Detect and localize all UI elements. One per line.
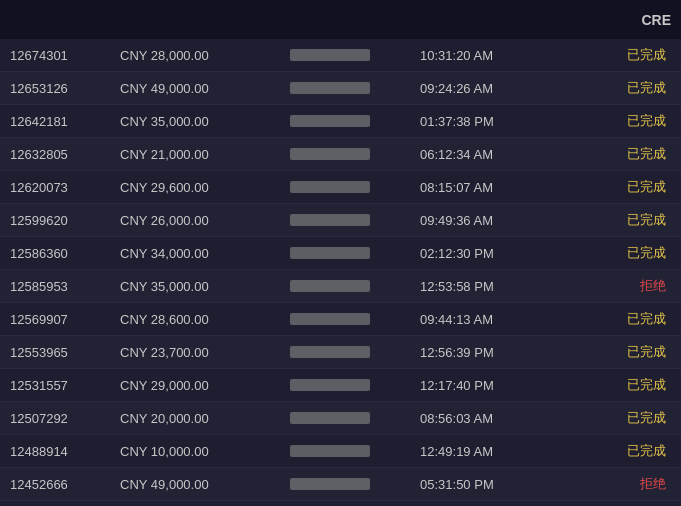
row-bar bbox=[290, 148, 410, 160]
bar-visual bbox=[290, 478, 370, 490]
row-bar bbox=[290, 445, 410, 457]
row-status: 已完成 bbox=[550, 145, 671, 163]
table-row[interactable]: 12452666 CNY 49,000.00 05:31:50 PM 拒绝 bbox=[0, 468, 681, 501]
row-id: 12586360 bbox=[10, 246, 120, 261]
row-amount: CNY 49,000.00 bbox=[120, 81, 290, 96]
row-id: 12507292 bbox=[10, 411, 120, 426]
bar-visual bbox=[290, 346, 370, 358]
row-status: 已完成 bbox=[550, 244, 671, 262]
row-amount: CNY 35,000.00 bbox=[120, 114, 290, 129]
row-bar bbox=[290, 478, 410, 490]
row-id: 12620073 bbox=[10, 180, 120, 195]
row-time: 12:56:39 PM bbox=[410, 345, 550, 360]
row-id: 12674301 bbox=[10, 48, 120, 63]
row-time: 10:31:20 AM bbox=[410, 48, 550, 63]
bar-visual bbox=[290, 181, 370, 193]
row-amount: CNY 10,000.00 bbox=[120, 444, 290, 459]
row-time: 08:15:07 AM bbox=[410, 180, 550, 195]
row-id: 12653126 bbox=[10, 81, 120, 96]
bar-visual bbox=[290, 214, 370, 226]
row-status: 拒绝 bbox=[550, 475, 671, 493]
row-id: 12632805 bbox=[10, 147, 120, 162]
table-row[interactable]: 12531557 CNY 29,000.00 12:17:40 PM 已完成 bbox=[0, 369, 681, 402]
bar-visual bbox=[290, 49, 370, 61]
row-status: 已完成 bbox=[550, 409, 671, 427]
row-amount: CNY 49,000.00 bbox=[120, 477, 290, 492]
row-bar bbox=[290, 115, 410, 127]
table-row[interactable]: 12507292 CNY 20,000.00 08:56:03 AM 已完成 bbox=[0, 402, 681, 435]
row-status: 已完成 bbox=[550, 79, 671, 97]
bar-visual bbox=[290, 280, 370, 292]
row-time: 08:56:03 AM bbox=[410, 411, 550, 426]
row-amount: CNY 35,000.00 bbox=[120, 279, 290, 294]
row-amount: CNY 20,000.00 bbox=[120, 411, 290, 426]
main-table: CRE 12674301 CNY 28,000.00 10:31:20 AM 已… bbox=[0, 0, 681, 506]
row-id: 12531557 bbox=[10, 378, 120, 393]
row-bar bbox=[290, 412, 410, 424]
row-amount: CNY 21,000.00 bbox=[120, 147, 290, 162]
table-row[interactable]: 12653126 CNY 49,000.00 09:24:26 AM 已完成 bbox=[0, 72, 681, 105]
row-time: 12:53:58 PM bbox=[410, 279, 550, 294]
row-status: 已完成 bbox=[550, 343, 671, 361]
table-row[interactable]: 12488914 CNY 10,000.00 12:49:19 AM 已完成 bbox=[0, 435, 681, 468]
table-row[interactable]: 12585953 CNY 35,000.00 12:53:58 PM 拒绝 bbox=[0, 270, 681, 303]
row-bar bbox=[290, 313, 410, 325]
row-id: 12488914 bbox=[10, 444, 120, 459]
row-time: 02:12:30 PM bbox=[410, 246, 550, 261]
bar-visual bbox=[290, 412, 370, 424]
table-row[interactable]: 12599620 CNY 26,000.00 09:49:36 AM 已完成 bbox=[0, 204, 681, 237]
row-bar bbox=[290, 379, 410, 391]
row-id: 12599620 bbox=[10, 213, 120, 228]
row-bar bbox=[290, 214, 410, 226]
row-bar bbox=[290, 49, 410, 61]
bar-visual bbox=[290, 445, 370, 457]
row-time: 09:24:26 AM bbox=[410, 81, 550, 96]
row-amount: CNY 34,000.00 bbox=[120, 246, 290, 261]
row-bar bbox=[290, 181, 410, 193]
table-row[interactable]: 12586360 CNY 34,000.00 02:12:30 PM 已完成 bbox=[0, 237, 681, 270]
table-row[interactable]: 12620073 CNY 29,600.00 08:15:07 AM 已完成 bbox=[0, 171, 681, 204]
row-amount: CNY 29,600.00 bbox=[120, 180, 290, 195]
row-time: 12:17:40 PM bbox=[410, 378, 550, 393]
row-time: 05:31:50 PM bbox=[410, 477, 550, 492]
row-status: 已完成 bbox=[550, 376, 671, 394]
row-amount: CNY 28,600.00 bbox=[120, 312, 290, 327]
bar-visual bbox=[290, 82, 370, 94]
table-row[interactable]: 12642181 CNY 35,000.00 01:37:38 PM 已完成 bbox=[0, 105, 681, 138]
row-id: 12642181 bbox=[10, 114, 120, 129]
table-row[interactable]: 12632805 CNY 21,000.00 06:12:34 AM 已完成 bbox=[0, 138, 681, 171]
row-amount: CNY 26,000.00 bbox=[120, 213, 290, 228]
bar-visual bbox=[290, 313, 370, 325]
table-row[interactable]: 12569907 CNY 28,600.00 09:44:13 AM 已完成 bbox=[0, 303, 681, 336]
row-id: 12585953 bbox=[10, 279, 120, 294]
row-amount: CNY 23,700.00 bbox=[120, 345, 290, 360]
row-time: 09:44:13 AM bbox=[410, 312, 550, 327]
row-id: 12553965 bbox=[10, 345, 120, 360]
row-time: 06:12:34 AM bbox=[410, 147, 550, 162]
row-time: 01:37:38 PM bbox=[410, 114, 550, 129]
row-status: 已完成 bbox=[550, 442, 671, 460]
header-label: CRE bbox=[641, 12, 671, 28]
row-status: 已完成 bbox=[550, 112, 671, 130]
bar-visual bbox=[290, 115, 370, 127]
row-status: 已完成 bbox=[550, 211, 671, 229]
row-status: 已完成 bbox=[550, 310, 671, 328]
row-bar bbox=[290, 280, 410, 292]
header-bar: CRE bbox=[0, 0, 681, 39]
row-bar bbox=[290, 346, 410, 358]
bar-visual bbox=[290, 148, 370, 160]
row-time: 09:49:36 AM bbox=[410, 213, 550, 228]
table-body: 12674301 CNY 28,000.00 10:31:20 AM 已完成 1… bbox=[0, 39, 681, 506]
row-time: 12:49:19 AM bbox=[410, 444, 550, 459]
table-row[interactable]: 12553965 CNY 23,700.00 12:56:39 PM 已完成 bbox=[0, 336, 681, 369]
row-status: 拒绝 bbox=[550, 277, 671, 295]
row-status: 已完成 bbox=[550, 178, 671, 196]
bar-visual bbox=[290, 247, 370, 259]
row-id: 12452666 bbox=[10, 477, 120, 492]
row-bar bbox=[290, 82, 410, 94]
row-status: 已完成 bbox=[550, 46, 671, 64]
table-row[interactable]: 12451713 CNY 49,600.00 02:26:17 PM 拒绝 bbox=[0, 501, 681, 506]
table-row[interactable]: 12674301 CNY 28,000.00 10:31:20 AM 已完成 bbox=[0, 39, 681, 72]
row-amount: CNY 29,000.00 bbox=[120, 378, 290, 393]
row-bar bbox=[290, 247, 410, 259]
